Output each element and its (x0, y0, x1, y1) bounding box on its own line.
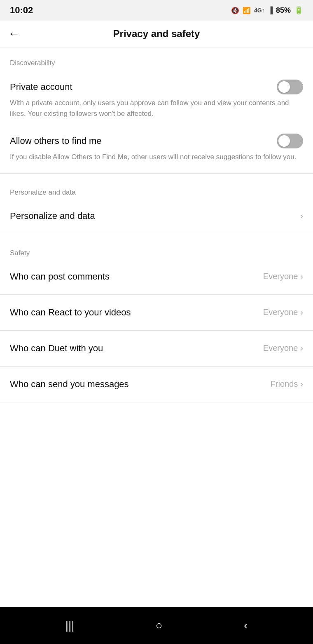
page-header: ← Privacy and safety (0, 21, 313, 47)
personalize-data-right: › (300, 211, 303, 221)
who-messages-value: Friends (271, 379, 298, 389)
battery-icon: 🔋 (294, 6, 303, 15)
who-comments-value: Everyone (263, 272, 298, 281)
4g-icon: 4G↑ (254, 7, 265, 14)
status-time: 10:02 (10, 5, 33, 16)
who-messages-label: Who can send you messages (10, 379, 129, 390)
who-duet-right: Everyone › (263, 343, 303, 353)
who-comments-right: Everyone › (263, 272, 303, 281)
chevron-icon-comments: › (300, 272, 303, 281)
nav-who-react[interactable]: Who can React to your videos Everyone › (0, 298, 313, 327)
status-bar: 10:02 🔇 📶 4G↑ ▐ 85% 🔋 (0, 0, 313, 21)
back-button[interactable]: ← (8, 28, 20, 40)
mute-icon: 🔇 (231, 7, 239, 14)
divider-3 (0, 294, 313, 295)
setting-private-account-top: Private account (10, 80, 303, 94)
setting-allow-find: Allow others to find me If you disable A… (0, 126, 313, 170)
bottom-nav: ||| ○ ‹ (0, 607, 313, 644)
chevron-icon-react: › (300, 308, 303, 317)
content-area: Discoverability Private account With a p… (0, 47, 313, 607)
nav-who-duet[interactable]: Who can Duet with you Everyone › (0, 334, 313, 363)
nav-who-messages[interactable]: Who can send you messages Friends › (0, 370, 313, 399)
wifi-icon: 📶 (243, 7, 251, 14)
status-icons: 🔇 📶 4G↑ ▐ 85% 🔋 (231, 6, 303, 15)
private-account-label: Private account (10, 82, 72, 92)
section-safety-header: Safety (0, 237, 313, 262)
allow-find-label: Allow others to find me (10, 136, 102, 146)
page-title: Privacy and safety (113, 28, 200, 40)
allow-find-description: If you disable Allow Others to Find Me, … (10, 152, 303, 162)
chevron-icon-personalize: › (300, 211, 303, 221)
divider-5 (0, 366, 313, 367)
battery-text: 85% (276, 6, 291, 15)
private-account-description: With a private account, only users you a… (10, 98, 303, 119)
who-react-value: Everyone (263, 308, 298, 317)
section-personalize-header: Personalize and data (0, 177, 313, 202)
section-discoverability-label: Discoverability (10, 59, 55, 67)
chevron-icon-messages: › (300, 379, 303, 389)
divider-2 (0, 234, 313, 234)
toggle-track (277, 80, 303, 94)
allow-find-toggle[interactable] (277, 134, 303, 148)
nav-home-button[interactable]: ○ (152, 615, 167, 636)
private-account-toggle[interactable] (277, 80, 303, 94)
nav-who-comments[interactable]: Who can post comments Everyone › (0, 262, 313, 291)
who-duet-label: Who can Duet with you (10, 343, 103, 354)
nav-recent-apps-button[interactable]: ||| (61, 615, 79, 636)
divider-1 (0, 173, 313, 174)
divider-4 (0, 330, 313, 331)
who-messages-right: Friends › (271, 379, 303, 389)
section-safety-label: Safety (10, 249, 30, 257)
toggle-thumb-2 (278, 135, 290, 147)
toggle-track-2 (277, 134, 303, 148)
section-personalize-label: Personalize and data (10, 188, 76, 196)
personalize-data-label: Personalize and data (10, 211, 95, 221)
nav-back-button[interactable]: ‹ (240, 615, 252, 636)
setting-private-account: Private account With a private account, … (0, 72, 313, 126)
setting-allow-find-top: Allow others to find me (10, 134, 303, 148)
chevron-icon-duet: › (300, 343, 303, 353)
toggle-thumb (278, 81, 290, 93)
who-react-label: Who can React to your videos (10, 307, 131, 318)
signal-icon: ▐ (268, 7, 273, 14)
divider-6 (0, 402, 313, 402)
who-react-right: Everyone › (263, 308, 303, 317)
nav-personalize-data[interactable]: Personalize and data › (0, 202, 313, 230)
who-duet-value: Everyone (263, 343, 298, 353)
section-discoverability-header: Discoverability (0, 47, 313, 72)
who-comments-label: Who can post comments (10, 271, 110, 282)
